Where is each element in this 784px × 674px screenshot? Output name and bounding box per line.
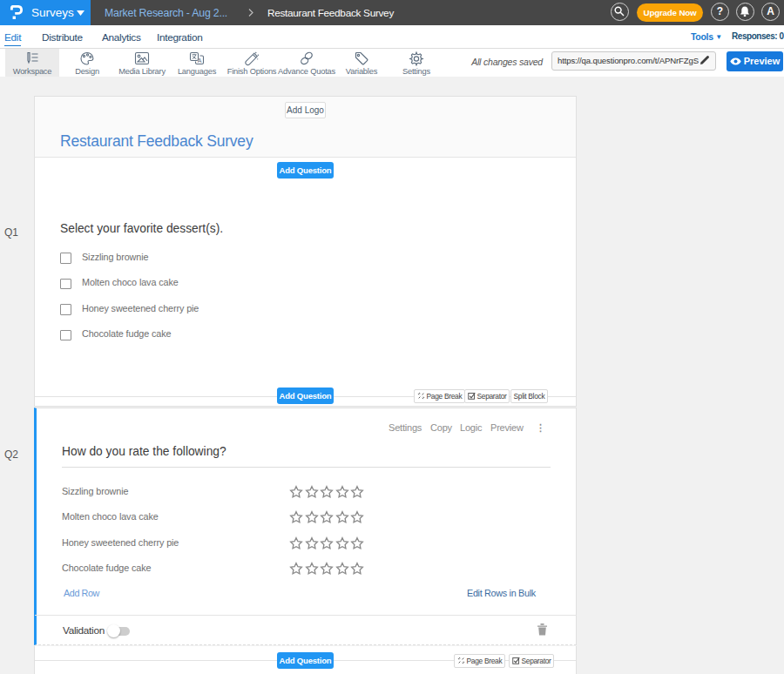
svg-text:A: A [198, 57, 202, 64]
